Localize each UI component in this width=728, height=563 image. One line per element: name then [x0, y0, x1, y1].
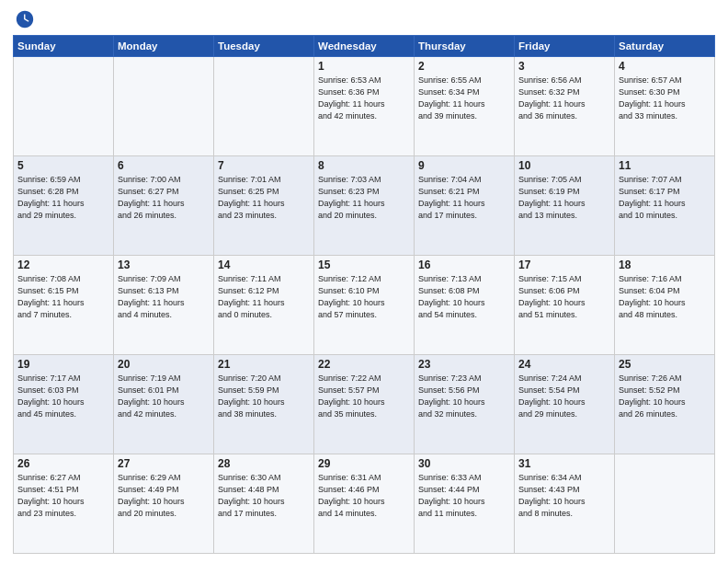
- day-number: 4: [619, 60, 711, 73]
- day-cell: 12Sunrise: 7:08 AM Sunset: 6:15 PM Dayli…: [14, 256, 114, 355]
- day-cell: 21Sunrise: 7:20 AM Sunset: 5:59 PM Dayli…: [214, 355, 314, 454]
- logo-icon: [15, 9, 35, 29]
- day-info: Sunrise: 6:53 AM Sunset: 6:36 PM Dayligh…: [318, 75, 410, 122]
- col-header-thursday: Thursday: [415, 36, 515, 57]
- day-info: Sunrise: 7:01 AM Sunset: 6:25 PM Dayligh…: [218, 174, 310, 222]
- day-info: Sunrise: 6:57 AM Sunset: 6:30 PM Dayligh…: [619, 75, 711, 122]
- day-number: 13: [118, 259, 210, 271]
- day-cell: 3Sunrise: 6:56 AM Sunset: 6:32 PM Daylig…: [515, 57, 615, 156]
- col-header-monday: Monday: [114, 36, 214, 57]
- day-info: Sunrise: 7:12 AM Sunset: 6:10 PM Dayligh…: [318, 273, 410, 321]
- day-info: Sunrise: 7:20 AM Sunset: 5:59 PM Dayligh…: [218, 373, 310, 420]
- day-number: 7: [218, 159, 310, 172]
- col-header-sunday: Sunday: [14, 36, 114, 57]
- day-number: 19: [17, 358, 109, 371]
- day-cell: 10Sunrise: 7:05 AM Sunset: 6:19 PM Dayli…: [515, 156, 615, 256]
- day-number: 14: [218, 259, 310, 271]
- day-number: 11: [619, 159, 711, 172]
- day-number: 2: [418, 60, 510, 73]
- day-cell: 7Sunrise: 7:01 AM Sunset: 6:25 PM Daylig…: [214, 156, 314, 256]
- col-header-saturday: Saturday: [615, 36, 715, 57]
- day-number: 22: [318, 358, 410, 371]
- day-cell: 13Sunrise: 7:09 AM Sunset: 6:13 PM Dayli…: [114, 256, 214, 355]
- day-info: Sunrise: 6:56 AM Sunset: 6:32 PM Dayligh…: [518, 75, 610, 122]
- day-cell: 16Sunrise: 7:13 AM Sunset: 6:08 PM Dayli…: [415, 256, 515, 355]
- day-number: 6: [118, 159, 210, 172]
- day-cell: 1Sunrise: 6:53 AM Sunset: 6:36 PM Daylig…: [314, 57, 415, 156]
- day-info: Sunrise: 6:29 AM Sunset: 4:49 PM Dayligh…: [118, 472, 210, 520]
- day-cell: 29Sunrise: 6:31 AM Sunset: 4:46 PM Dayli…: [314, 454, 415, 554]
- week-row-1: 5Sunrise: 6:59 AM Sunset: 6:28 PM Daylig…: [14, 156, 715, 256]
- day-number: 20: [118, 358, 210, 371]
- day-number: 17: [518, 259, 610, 271]
- week-row-4: 26Sunrise: 6:27 AM Sunset: 4:51 PM Dayli…: [14, 454, 715, 554]
- day-number: 25: [619, 358, 711, 371]
- day-cell: 18Sunrise: 7:16 AM Sunset: 6:04 PM Dayli…: [615, 256, 715, 355]
- day-cell: 6Sunrise: 7:00 AM Sunset: 6:27 PM Daylig…: [114, 156, 214, 256]
- day-info: Sunrise: 7:09 AM Sunset: 6:13 PM Dayligh…: [118, 273, 210, 321]
- day-number: 21: [218, 358, 310, 371]
- day-number: 31: [518, 457, 610, 470]
- day-number: 26: [17, 457, 109, 470]
- day-info: Sunrise: 7:07 AM Sunset: 6:17 PM Dayligh…: [619, 174, 711, 222]
- day-cell: [615, 454, 715, 554]
- day-cell: 25Sunrise: 7:26 AM Sunset: 5:52 PM Dayli…: [615, 355, 715, 454]
- day-number: 15: [318, 259, 410, 271]
- day-info: Sunrise: 6:30 AM Sunset: 4:48 PM Dayligh…: [218, 472, 310, 520]
- day-info: Sunrise: 7:03 AM Sunset: 6:23 PM Dayligh…: [318, 174, 410, 222]
- day-info: Sunrise: 6:33 AM Sunset: 4:44 PM Dayligh…: [418, 472, 510, 520]
- day-cell: 24Sunrise: 7:24 AM Sunset: 5:54 PM Dayli…: [515, 355, 615, 454]
- col-header-tuesday: Tuesday: [214, 36, 314, 57]
- day-number: 29: [318, 457, 410, 470]
- day-cell: 23Sunrise: 7:23 AM Sunset: 5:56 PM Dayli…: [415, 355, 515, 454]
- calendar-header-row: SundayMondayTuesdayWednesdayThursdayFrid…: [14, 36, 715, 57]
- day-info: Sunrise: 7:17 AM Sunset: 6:03 PM Dayligh…: [17, 373, 109, 420]
- day-info: Sunrise: 7:16 AM Sunset: 6:04 PM Dayligh…: [619, 273, 711, 321]
- day-info: Sunrise: 6:31 AM Sunset: 4:46 PM Dayligh…: [318, 472, 410, 520]
- day-cell: 30Sunrise: 6:33 AM Sunset: 4:44 PM Dayli…: [415, 454, 515, 554]
- day-info: Sunrise: 7:24 AM Sunset: 5:54 PM Dayligh…: [518, 373, 610, 420]
- day-number: 9: [418, 159, 510, 172]
- day-info: Sunrise: 7:15 AM Sunset: 6:06 PM Dayligh…: [518, 273, 610, 321]
- day-cell: 15Sunrise: 7:12 AM Sunset: 6:10 PM Dayli…: [314, 256, 415, 355]
- day-cell: [114, 57, 214, 156]
- day-cell: [214, 57, 314, 156]
- week-row-2: 12Sunrise: 7:08 AM Sunset: 6:15 PM Dayli…: [14, 256, 715, 355]
- day-info: Sunrise: 7:23 AM Sunset: 5:56 PM Dayligh…: [418, 373, 510, 420]
- day-number: 12: [17, 259, 109, 271]
- week-row-0: 1Sunrise: 6:53 AM Sunset: 6:36 PM Daylig…: [14, 57, 715, 156]
- day-number: 16: [418, 259, 510, 271]
- day-number: 24: [518, 358, 610, 371]
- day-cell: 9Sunrise: 7:04 AM Sunset: 6:21 PM Daylig…: [415, 156, 515, 256]
- day-cell: [14, 57, 114, 156]
- day-info: Sunrise: 7:11 AM Sunset: 6:12 PM Dayligh…: [218, 273, 310, 321]
- day-cell: 5Sunrise: 6:59 AM Sunset: 6:28 PM Daylig…: [14, 156, 114, 256]
- day-cell: 31Sunrise: 6:34 AM Sunset: 4:43 PM Dayli…: [515, 454, 615, 554]
- page: SundayMondayTuesdayWednesdayThursdayFrid…: [0, 0, 728, 563]
- day-info: Sunrise: 7:04 AM Sunset: 6:21 PM Dayligh…: [418, 174, 510, 222]
- day-number: 27: [118, 457, 210, 470]
- logo: [13, 9, 35, 29]
- day-cell: 17Sunrise: 7:15 AM Sunset: 6:06 PM Dayli…: [515, 256, 615, 355]
- calendar-table: SundayMondayTuesdayWednesdayThursdayFrid…: [13, 35, 715, 554]
- day-info: Sunrise: 6:59 AM Sunset: 6:28 PM Dayligh…: [17, 174, 109, 222]
- day-cell: 27Sunrise: 6:29 AM Sunset: 4:49 PM Dayli…: [114, 454, 214, 554]
- day-cell: 8Sunrise: 7:03 AM Sunset: 6:23 PM Daylig…: [314, 156, 415, 256]
- day-cell: 19Sunrise: 7:17 AM Sunset: 6:03 PM Dayli…: [14, 355, 114, 454]
- day-number: 30: [418, 457, 510, 470]
- day-info: Sunrise: 7:13 AM Sunset: 6:08 PM Dayligh…: [418, 273, 510, 321]
- week-row-3: 19Sunrise: 7:17 AM Sunset: 6:03 PM Dayli…: [14, 355, 715, 454]
- day-info: Sunrise: 7:26 AM Sunset: 5:52 PM Dayligh…: [619, 373, 711, 420]
- day-cell: 11Sunrise: 7:07 AM Sunset: 6:17 PM Dayli…: [615, 156, 715, 256]
- day-number: 10: [518, 159, 610, 172]
- col-header-friday: Friday: [515, 36, 615, 57]
- day-cell: 14Sunrise: 7:11 AM Sunset: 6:12 PM Dayli…: [214, 256, 314, 355]
- day-number: 23: [418, 358, 510, 371]
- day-info: Sunrise: 6:27 AM Sunset: 4:51 PM Dayligh…: [17, 472, 109, 520]
- day-number: 28: [218, 457, 310, 470]
- day-cell: 20Sunrise: 7:19 AM Sunset: 6:01 PM Dayli…: [114, 355, 214, 454]
- day-info: Sunrise: 7:22 AM Sunset: 5:57 PM Dayligh…: [318, 373, 410, 420]
- header: [13, 9, 715, 29]
- day-number: 18: [619, 259, 711, 271]
- day-info: Sunrise: 7:00 AM Sunset: 6:27 PM Dayligh…: [118, 174, 210, 222]
